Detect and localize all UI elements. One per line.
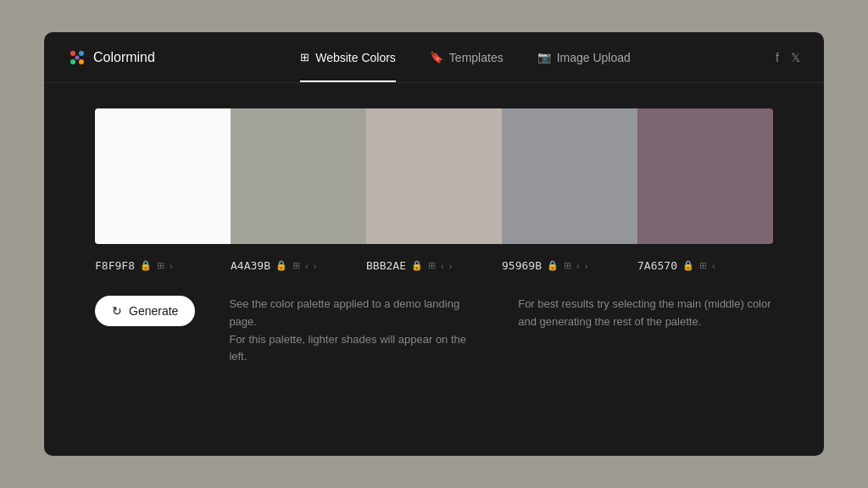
- arrow-right-icon-1[interactable]: ›: [314, 261, 317, 271]
- lock-icon-2[interactable]: 🔒: [411, 260, 423, 271]
- bottom-section: ↻ Generate See the color palette applied…: [95, 296, 773, 366]
- grid-icon-2[interactable]: ⊞: [428, 260, 436, 271]
- app-window: Colormind ⊞ Website Colors 🔖 Templates 📷…: [44, 32, 824, 456]
- arrow-left-icon-4[interactable]: ‹: [712, 261, 715, 271]
- color-info-3: 95969B 🔒 ⊞ ‹ ›: [502, 259, 637, 272]
- generate-button[interactable]: ↻ Generate: [95, 296, 195, 326]
- camera-icon: 📷: [537, 51, 551, 64]
- svg-point-2: [70, 59, 75, 64]
- lock-icon-1[interactable]: 🔒: [275, 260, 287, 271]
- swatch-4: [637, 108, 773, 244]
- arrow-right-icon-0[interactable]: ›: [170, 261, 173, 271]
- info-text-right: For best results try selecting the main …: [518, 296, 773, 331]
- twitter-link[interactable]: 𝕏: [791, 51, 800, 64]
- grid-icon-1[interactable]: ⊞: [292, 260, 300, 271]
- arrow-left-icon-3[interactable]: ‹: [576, 261, 580, 271]
- color-info-4: 7A6570 🔒 ⊞ ‹: [637, 259, 773, 272]
- grid-icon-4[interactable]: ⊞: [699, 260, 707, 271]
- swatch-2: [366, 108, 502, 244]
- grid-icon: ⊞: [300, 51, 309, 64]
- app-name: Colormind: [93, 50, 155, 65]
- swatch-3: [502, 108, 637, 244]
- lock-icon-3[interactable]: 🔒: [547, 260, 559, 271]
- bookmark-icon: 🔖: [430, 51, 443, 64]
- nav-image-upload[interactable]: 📷 Image Upload: [520, 32, 648, 82]
- navbar: Colormind ⊞ Website Colors 🔖 Templates 📷…: [44, 32, 824, 83]
- svg-point-1: [79, 51, 84, 56]
- lock-icon-4[interactable]: 🔒: [682, 260, 694, 271]
- color-swatches: [95, 108, 773, 244]
- swatch-1: [231, 108, 366, 244]
- color-code-0: F8F9F8: [95, 259, 135, 272]
- main-content: F8F9F8 🔒 ⊞ › A4A39B 🔒 ⊞ ‹ › BBB2AE 🔒 ⊞ ‹…: [44, 83, 824, 456]
- color-info-0: F8F9F8 🔒 ⊞ ›: [95, 259, 231, 272]
- arrow-left-icon-1[interactable]: ‹: [305, 261, 309, 271]
- grid-icon-3[interactable]: ⊞: [564, 260, 571, 271]
- arrow-left-icon-2[interactable]: ‹: [441, 261, 444, 271]
- svg-point-3: [79, 59, 84, 64]
- color-code-1: A4A39B: [231, 259, 270, 272]
- svg-point-0: [70, 51, 75, 56]
- svg-point-4: [75, 55, 80, 59]
- nav-links: ⊞ Website Colors 🔖 Templates 📷 Image Upl…: [283, 32, 648, 82]
- social-links: f 𝕏: [776, 51, 800, 64]
- color-code-4: 7A6570: [637, 259, 677, 272]
- arrow-right-icon-3[interactable]: ›: [585, 261, 588, 271]
- arrow-right-icon-2[interactable]: ›: [449, 261, 453, 271]
- logo-area: Colormind: [68, 48, 155, 67]
- facebook-link[interactable]: f: [776, 51, 779, 64]
- refresh-icon: ↻: [112, 304, 122, 318]
- color-info-2: BBB2AE 🔒 ⊞ ‹ ›: [366, 259, 502, 272]
- color-code-2: BBB2AE: [366, 259, 406, 272]
- nav-templates[interactable]: 🔖 Templates: [413, 32, 520, 82]
- logo-icon: [68, 48, 86, 67]
- lock-icon-0[interactable]: 🔒: [140, 260, 152, 271]
- nav-website-colors[interactable]: ⊞ Website Colors: [283, 32, 413, 82]
- swatch-0: [95, 108, 231, 244]
- grid-icon-0[interactable]: ⊞: [157, 260, 164, 271]
- color-code-3: 95969B: [502, 259, 542, 272]
- color-info-1: A4A39B 🔒 ⊞ ‹ ›: [231, 259, 366, 272]
- color-info-row: F8F9F8 🔒 ⊞ › A4A39B 🔒 ⊞ ‹ › BBB2AE 🔒 ⊞ ‹…: [95, 259, 773, 272]
- info-text-left: See the color palette applied to a demo …: [229, 296, 484, 366]
